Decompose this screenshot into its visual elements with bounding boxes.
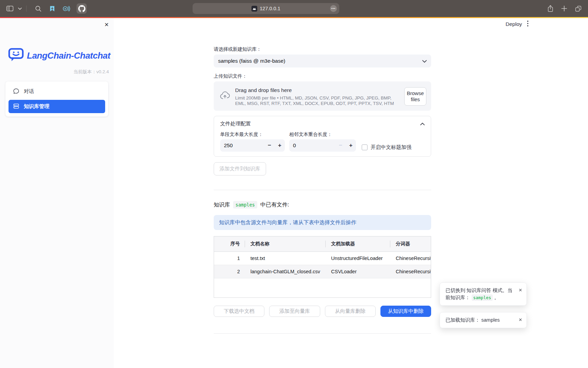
- dropzone-limit: Limit 200MB per file • HTML, MD, JSON, C…: [235, 95, 399, 106]
- toolbar-separator: [26, 5, 27, 12]
- kb-selectbox[interactable]: samples (faiss @ m3e-base): [214, 55, 431, 67]
- search-icon[interactable]: [35, 5, 42, 12]
- info-alert: 知识库中包含源文件与向量库，请从下表中选择文件后操作: [214, 215, 431, 230]
- chevron-down-icon[interactable]: [18, 7, 22, 10]
- table-row[interactable]: 1 test.txt UnstructuredFileLoader Chines…: [214, 252, 431, 265]
- table-header-row: 序号 文档名称 文档加载器 分词器: [214, 236, 431, 252]
- divider: [214, 190, 431, 190]
- cell-splitter: ChineseRecursiveT: [390, 256, 431, 261]
- toast-kb-loaded: 已加载知识库： samples ✕: [440, 312, 527, 328]
- expander-header[interactable]: 文件处理配置: [220, 121, 425, 126]
- expander-title: 文件处理配置: [220, 121, 251, 126]
- dropzone-title: Drag and drop files here: [235, 87, 399, 93]
- delete-from-vector-button[interactable]: 从向量库删除: [325, 306, 376, 317]
- bookmark-extension-icon[interactable]: [49, 5, 56, 12]
- col-header-loader: 文档加载器: [325, 236, 390, 251]
- zh-title-checkbox-label: 开启中文标题加强: [371, 144, 411, 151]
- overlap-size-value: 0: [293, 142, 296, 149]
- col-header-name: 文档名称: [245, 236, 325, 251]
- cell-index: 2: [214, 269, 245, 274]
- main-menu-icon[interactable]: [527, 20, 528, 28]
- kb-name-code: samples: [472, 294, 493, 301]
- checkbox-unchecked[interactable]: [362, 144, 368, 150]
- chunk-size-label: 单段文本最大长度：: [220, 132, 285, 137]
- decrement-button[interactable]: −: [264, 139, 275, 152]
- kb-name-code: samples: [233, 201, 257, 209]
- cell-loader: CSVLoader: [325, 269, 390, 274]
- new-tab-icon[interactable]: [561, 5, 567, 12]
- overlap-size-label: 相邻文本重合长度：: [289, 132, 356, 137]
- increment-button[interactable]: +: [346, 139, 356, 152]
- close-icon[interactable]: ✕: [519, 287, 522, 294]
- chunk-size-input[interactable]: 250 − +: [220, 139, 285, 152]
- sidebar: ✕ LangChain-Chatchat 当前版本：v0.2.4: [0, 18, 114, 368]
- col-header-splitter: 分词器: [390, 236, 431, 251]
- sidebar-toggle-icon[interactable]: [6, 5, 14, 12]
- github-tab-button[interactable]: [77, 3, 87, 14]
- sidebar-item-label: 对话: [24, 88, 34, 95]
- kb-files-heading: 知识库 samples 中已有文件:: [214, 201, 431, 209]
- zh-title-checkbox-group[interactable]: 开启中文标题加强: [362, 143, 411, 152]
- github-icon: [78, 5, 85, 12]
- kb-selected-value: samples (faiss @ m3e-base): [218, 58, 285, 64]
- sidebar-close-icon[interactable]: ✕: [104, 21, 109, 28]
- kb-select-label: 请选择或新建知识库：: [214, 47, 431, 52]
- decrement-button[interactable]: −: [336, 139, 346, 152]
- address-bar[interactable]: 127.0.0.1 •••: [193, 3, 339, 14]
- increment-button[interactable]: +: [275, 139, 285, 152]
- file-dropzone[interactable]: Drag and drop files here Limit 200MB per…: [214, 81, 431, 111]
- toast-stack: 已切换到 知识库问答 模式。当前知识库： samples 。 ✕ 已加载知识库：…: [440, 282, 527, 328]
- toast-mode-switched: 已切换到 知识库问答 模式。当前知识库： samples 。 ✕: [440, 282, 527, 306]
- sidebar-item-dialogue[interactable]: 对话: [9, 85, 105, 98]
- streamlit-favicon: [251, 6, 257, 12]
- close-icon[interactable]: ✕: [519, 316, 522, 323]
- deploy-button[interactable]: Deploy: [506, 21, 522, 27]
- upload-label: 上传知识文件：: [214, 74, 431, 79]
- app-logo: LangChain-Chatchat: [8, 48, 114, 63]
- chevron-up-icon: [420, 121, 425, 126]
- download-selected-button[interactable]: 下载选中文档: [214, 306, 264, 317]
- kb-files-table[interactable]: 序号 文档名称 文档加载器 分词器 1 test.txt Unstructure…: [214, 236, 431, 298]
- page-settings-icon[interactable]: •••: [330, 5, 337, 12]
- url-text: 127.0.0.1: [260, 6, 280, 11]
- nav-menu: 对话 知识库管理: [5, 81, 108, 117]
- browser-toolbar: 127.0.0.1 •••: [0, 0, 588, 17]
- sidebar-item-label: 知识库管理: [24, 103, 49, 110]
- table-row[interactable]: 2 langchain-ChatGLM_closed.csv CSVLoader…: [214, 265, 431, 278]
- cell-index: 1: [214, 256, 245, 261]
- delete-from-kb-button[interactable]: 从知识库中删除: [380, 306, 431, 317]
- cell-name: langchain-ChatGLM_closed.csv: [245, 269, 325, 274]
- server-icon: [13, 103, 19, 110]
- chunk-size-value: 250: [224, 142, 233, 149]
- browse-files-button[interactable]: Browse files: [404, 87, 426, 106]
- add-files-button[interactable]: 添加文件到知识库: [214, 162, 266, 175]
- chat-smiley-logo-icon: [8, 48, 24, 63]
- col-header-index: 序号: [214, 236, 245, 251]
- chevron-down-icon: [422, 58, 427, 64]
- cell-loader: UnstructuredFileLoader: [325, 256, 390, 261]
- tab-overview-icon[interactable]: [575, 5, 582, 12]
- version-text: 当前版本：v0.2.4: [0, 69, 109, 75]
- cloud-upload-icon: [220, 91, 230, 101]
- add-to-vector-button[interactable]: 添加至向量库: [269, 306, 320, 317]
- share-icon[interactable]: [547, 5, 554, 12]
- sidebar-item-knowledge-base[interactable]: 知识库管理: [9, 100, 105, 113]
- overlap-size-input[interactable]: 0 − +: [289, 139, 356, 152]
- cell-name: test.txt: [245, 256, 325, 261]
- app-logo-text: LangChain-Chatchat: [27, 50, 110, 61]
- chat-bubble-icon: [13, 88, 19, 95]
- file-config-expander: 文件处理配置 单段文本最大长度： 250 − +: [214, 116, 431, 157]
- divider: [214, 333, 431, 334]
- broadcast-extension-icon[interactable]: [62, 5, 70, 12]
- cell-splitter: ChineseRecursiveT: [390, 269, 431, 274]
